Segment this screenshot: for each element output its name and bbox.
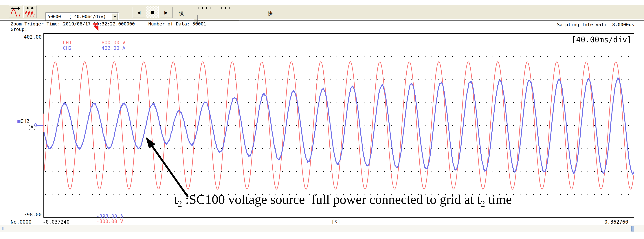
- record-number-label: No.0000: [11, 219, 32, 225]
- stop-icon: ■: [151, 9, 154, 15]
- record-length-value: 50000 ( 40.00ms/div): [48, 14, 106, 19]
- scrollbar-handle[interactable]: [631, 226, 634, 232]
- group-label: Group1: [11, 27, 27, 32]
- toolbar: 50000 ( 40.00ms/div) ▼ ◀ ■ ▶ 慢 快: [0, 5, 644, 19]
- play-forward-icon: ▶: [164, 9, 168, 15]
- speed-fast-label: 快: [268, 10, 272, 17]
- play-forward-button[interactable]: ▶: [160, 6, 172, 18]
- chevron-down-icon: ▼: [114, 15, 116, 19]
- combobox-dropdown-button[interactable]: ▼: [112, 13, 118, 20]
- legend-ch2-scale: CH2402.00 A: [45, 39, 126, 57]
- wave-expand-icon: [11, 6, 21, 17]
- play-backward-icon: ◀: [137, 9, 140, 15]
- zoom-in-horizontal-button[interactable]: [23, 5, 36, 18]
- legend-ch2-name: CH2: [63, 45, 72, 51]
- x-unit-label: [s]: [332, 219, 340, 224]
- sampling-interval-text: Sampling Interval: 8.0000us: [557, 22, 634, 27]
- trigger-time-text: Zoom Trigger Time: 2019/06/17 10:32:22.0…: [11, 21, 135, 26]
- number-of-data-text: Number of Data: 50001: [148, 21, 206, 26]
- y-axis-max-label: 402.00: [5, 34, 42, 40]
- play-backward-button[interactable]: ◀: [132, 6, 145, 18]
- zoom-out-horizontal-button[interactable]: [9, 5, 22, 18]
- speed-slow-label: 慢: [179, 10, 184, 17]
- time-per-div-label: [40.00ms/div]: [572, 35, 632, 44]
- scope-viewer-window: 50000 ( 40.00ms/div) ▼ ◀ ■ ▶ 慢 快 Zoom Tr…: [0, 0, 644, 239]
- horizontal-scrollbar[interactable]: [0, 225, 644, 233]
- legend-ch2-value: 402.00: [72, 45, 119, 51]
- stop-button[interactable]: ■: [146, 6, 159, 18]
- ch2-channel-label: ■CH2: [18, 118, 29, 124]
- y-axis-min-label: -398.00: [5, 212, 42, 217]
- trigger-marker-icon: [92, 23, 100, 34]
- ch2-zero-tick: [38, 125, 44, 126]
- scrollbar-left-nub: [2, 227, 4, 230]
- legend-ch2-unit: [119, 45, 122, 51]
- waveform-plot: CH1800.00 V CH2402.00 A -398.00 A -800.0…: [44, 33, 634, 218]
- annotation-text: t2 :SC100 voltage source full power conn…: [174, 192, 512, 209]
- speed-slider-ticks: [195, 7, 237, 9]
- x-end-label: 0.362760: [604, 219, 628, 225]
- waveform-canvas: [44, 34, 634, 217]
- x-start-label: -0.037240: [43, 219, 70, 225]
- divider: [0, 20, 644, 20]
- ch1-zero-marker: [44, 114, 44, 132]
- ch2-zero-label: 0: [34, 122, 37, 128]
- wave-compress-icon: [25, 6, 35, 17]
